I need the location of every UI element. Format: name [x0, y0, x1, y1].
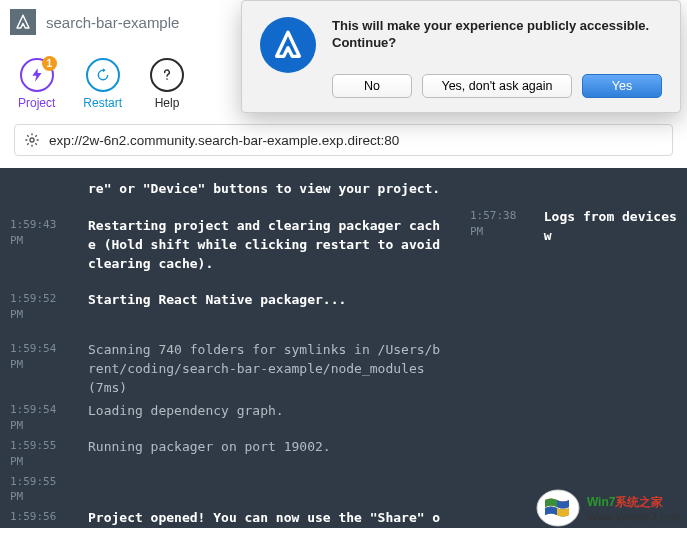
log-right-pane[interactable]: 1:57:38 PM Logs from devices w [460, 168, 687, 528]
log-timestamp: 1:59:55 PM [10, 438, 74, 470]
gear-icon[interactable] [23, 131, 41, 149]
windows-flag-icon [535, 488, 581, 528]
log-panel: re" or "Device" buttons to view your pro… [0, 168, 687, 528]
url-text[interactable]: exp://2w-6n2.community.search-bar-exampl… [49, 133, 664, 148]
log-line: 1:59:52 PMStarting React Native packager… [0, 289, 460, 325]
restart-label: Restart [83, 96, 122, 110]
log-line: re" or "Device" buttons to view your pro… [0, 178, 460, 201]
log-timestamp: 1:59:52 PM [10, 291, 74, 323]
restart-icon [86, 58, 120, 92]
log-line: 1:59:54 PMScanning 740 folders for symli… [0, 339, 460, 400]
help-button[interactable]: Help [150, 58, 184, 110]
dont-ask-button[interactable]: Yes, don't ask again [422, 74, 572, 98]
log-line: 1:59:43 PMRestarting project and clearin… [0, 215, 460, 276]
watermark-line2: Www.Winwin7.com [587, 511, 681, 523]
svg-point-1 [30, 138, 34, 142]
log-timestamp [10, 180, 74, 199]
project-button[interactable]: 1 Project [18, 58, 55, 110]
log-line: 1:59:56 PMProject opened! You can now us… [0, 507, 460, 528]
url-row: exp://2w-6n2.community.search-bar-exampl… [0, 116, 687, 168]
log-timestamp: 1:59:54 PM [10, 341, 74, 398]
log-message: Logs from devices w [544, 208, 687, 528]
log-left-pane[interactable]: re" or "Device" buttons to view your pro… [0, 168, 460, 528]
log-message: Scanning 740 folders for symlinks in /Us… [88, 341, 460, 398]
app-title: search-bar-example [46, 14, 179, 31]
watermark-line1: Win7系统之家 [587, 494, 681, 511]
url-box[interactable]: exp://2w-6n2.community.search-bar-exampl… [14, 124, 673, 156]
log-timestamp: 1:57:38 PM [470, 208, 534, 528]
log-message [88, 474, 460, 506]
log-message: re" or "Device" buttons to view your pro… [88, 180, 460, 199]
dialog-subtitle: Continue? [332, 35, 662, 50]
project-badge: 1 [42, 56, 57, 71]
log-line: 1:59:55 PM [0, 472, 460, 508]
dialog-buttons: No Yes, don't ask again Yes [332, 74, 662, 98]
confirm-dialog: This will make your experience publicly … [241, 0, 681, 113]
log-line: 1:59:55 PMRunning packager on port 19002… [0, 436, 460, 472]
log-message: Starting React Native packager... [88, 291, 460, 323]
log-message: Loading dependency graph. [88, 402, 460, 434]
log-line: 1:59:54 PMLoading dependency graph. [0, 400, 460, 436]
project-label: Project [18, 96, 55, 110]
yes-button[interactable]: Yes [582, 74, 662, 98]
question-icon [150, 58, 184, 92]
log-timestamp: 1:59:55 PM [10, 474, 74, 506]
lightning-icon: 1 [20, 58, 54, 92]
svg-point-2 [537, 490, 579, 526]
no-button[interactable]: No [332, 74, 412, 98]
watermark: Win7系统之家 Www.Winwin7.com [535, 488, 681, 528]
log-timestamp: 1:59:43 PM [10, 217, 74, 274]
svg-point-0 [166, 78, 168, 80]
dialog-title: This will make your experience publicly … [332, 17, 662, 35]
log-timestamp: 1:59:56 PM [10, 509, 74, 528]
log-timestamp: 1:59:54 PM [10, 402, 74, 434]
restart-button[interactable]: Restart [83, 58, 122, 110]
dialog-app-icon [260, 17, 316, 73]
app-logo-icon [10, 9, 36, 35]
log-message: Restarting project and clearing packager… [88, 217, 460, 274]
log-message: Project opened! You can now use the "Sha… [88, 509, 460, 528]
log-message: Running packager on port 19002. [88, 438, 460, 470]
help-label: Help [155, 96, 180, 110]
